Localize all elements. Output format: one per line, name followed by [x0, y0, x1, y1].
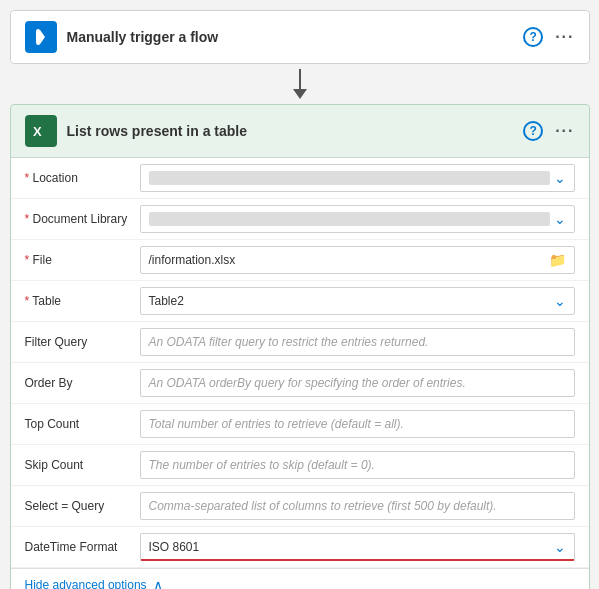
location-dropdown[interactable]: ⌄ [140, 164, 575, 192]
top-count-placeholder: Total number of entries to retrieve (def… [149, 417, 404, 431]
list-rows-card-actions: ? ··· [523, 121, 574, 141]
document-library-label: * Document Library [25, 212, 140, 226]
location-value [149, 171, 550, 185]
hide-advanced-section: Hide advanced options ∧ [11, 568, 589, 589]
list-rows-help-icon[interactable]: ? [523, 121, 543, 141]
top-count-row: Top Count Total number of entries to ret… [11, 404, 589, 445]
datetime-format-dropdown[interactable]: ISO 8601 ⌄ [140, 533, 575, 561]
doc-lib-required: * [25, 212, 33, 226]
order-by-row: Order By An ODATA orderBy query for spec… [11, 363, 589, 404]
document-library-dropdown[interactable]: ⌄ [140, 205, 575, 233]
filter-query-control[interactable]: An ODATA filter query to restrict the en… [140, 328, 575, 356]
svg-text:X: X [33, 124, 42, 139]
filter-query-input[interactable]: An ODATA filter query to restrict the en… [140, 328, 575, 356]
order-by-placeholder: An ODATA orderBy query for specifying th… [149, 376, 466, 390]
excel-icon: X [25, 115, 57, 147]
select-query-input[interactable]: Comma-separated list of columns to retri… [140, 492, 575, 520]
flow-container: Manually trigger a flow ? ··· X List row… [10, 10, 590, 589]
skip-count-input[interactable]: The number of entries to skip (default =… [140, 451, 575, 479]
file-control[interactable]: /information.xlsx 📁 [140, 246, 575, 274]
list-rows-card-title: List rows present in a table [67, 123, 514, 139]
arrow-connector-top [293, 64, 307, 104]
arrow-head-top [293, 89, 307, 99]
skip-count-placeholder: The number of entries to skip (default =… [149, 458, 375, 472]
datetime-format-row: DateTime Format ISO 8601 ⌄ [11, 527, 589, 568]
document-library-control[interactable]: ⌄ [140, 205, 575, 233]
file-row: * File /information.xlsx 📁 [11, 240, 589, 281]
trigger-card-title: Manually trigger a flow [67, 29, 514, 45]
hide-advanced-button[interactable]: Hide advanced options [25, 578, 147, 589]
table-dropdown[interactable]: Table2 ⌄ [140, 287, 575, 315]
location-chevron: ⌄ [554, 170, 566, 186]
datetime-format-value: ISO 8601 [149, 540, 550, 554]
document-library-row: * Document Library ⌄ [11, 199, 589, 240]
top-count-control[interactable]: Total number of entries to retrieve (def… [140, 410, 575, 438]
filter-query-row: Filter Query An ODATA filter query to re… [11, 322, 589, 363]
trigger-more-icon[interactable]: ··· [555, 28, 574, 46]
select-query-row: Select = Query Comma-separated list of c… [11, 486, 589, 527]
location-row: * Location ⌄ [11, 158, 589, 199]
location-label: * Location [25, 171, 140, 185]
table-control[interactable]: Table2 ⌄ [140, 287, 575, 315]
trigger-help-icon[interactable]: ? [523, 27, 543, 47]
datetime-format-label: DateTime Format [25, 540, 140, 554]
file-picker-icon[interactable]: 📁 [549, 252, 566, 268]
skip-count-control[interactable]: The number of entries to skip (default =… [140, 451, 575, 479]
top-count-label: Top Count [25, 417, 140, 431]
order-by-label: Order By [25, 376, 140, 390]
document-library-chevron: ⌄ [554, 211, 566, 227]
trigger-card: Manually trigger a flow ? ··· [10, 10, 590, 64]
table-value: Table2 [149, 294, 550, 308]
trigger-card-header: Manually trigger a flow ? ··· [11, 11, 589, 63]
hide-advanced-chevron[interactable]: ∧ [153, 577, 163, 589]
file-value: /information.xlsx [149, 253, 236, 267]
select-query-label: Select = Query [25, 499, 140, 513]
filter-query-placeholder: An ODATA filter query to restrict the en… [149, 335, 429, 349]
datetime-format-chevron: ⌄ [554, 539, 566, 555]
select-query-control[interactable]: Comma-separated list of columns to retri… [140, 492, 575, 520]
skip-count-label: Skip Count [25, 458, 140, 472]
datetime-format-control[interactable]: ISO 8601 ⌄ [140, 533, 575, 561]
order-by-control[interactable]: An ODATA orderBy query for specifying th… [140, 369, 575, 397]
trigger-icon [25, 21, 57, 53]
select-query-placeholder: Comma-separated list of columns to retri… [149, 499, 497, 513]
document-library-value [149, 212, 550, 226]
arrow-line-top [299, 69, 301, 89]
list-rows-card-body: * Location ⌄ * Document Library [11, 158, 589, 589]
table-label: * Table [25, 294, 140, 308]
top-count-input[interactable]: Total number of entries to retrieve (def… [140, 410, 575, 438]
trigger-card-actions: ? ··· [523, 27, 574, 47]
file-label: * File [25, 253, 140, 267]
list-rows-more-icon[interactable]: ··· [555, 122, 574, 140]
file-required: * [25, 253, 33, 267]
order-by-input[interactable]: An ODATA orderBy query for specifying th… [140, 369, 575, 397]
list-rows-card-header: X List rows present in a table ? ··· [11, 105, 589, 158]
table-chevron: ⌄ [554, 293, 566, 309]
filter-query-label: Filter Query [25, 335, 140, 349]
location-control[interactable]: ⌄ [140, 164, 575, 192]
location-required: * [25, 171, 33, 185]
list-rows-card: X List rows present in a table ? ··· * L… [10, 104, 590, 589]
skip-count-row: Skip Count The number of entries to skip… [11, 445, 589, 486]
table-row: * Table Table2 ⌄ [11, 281, 589, 322]
table-required: * [25, 294, 33, 308]
file-input[interactable]: /information.xlsx 📁 [140, 246, 575, 274]
